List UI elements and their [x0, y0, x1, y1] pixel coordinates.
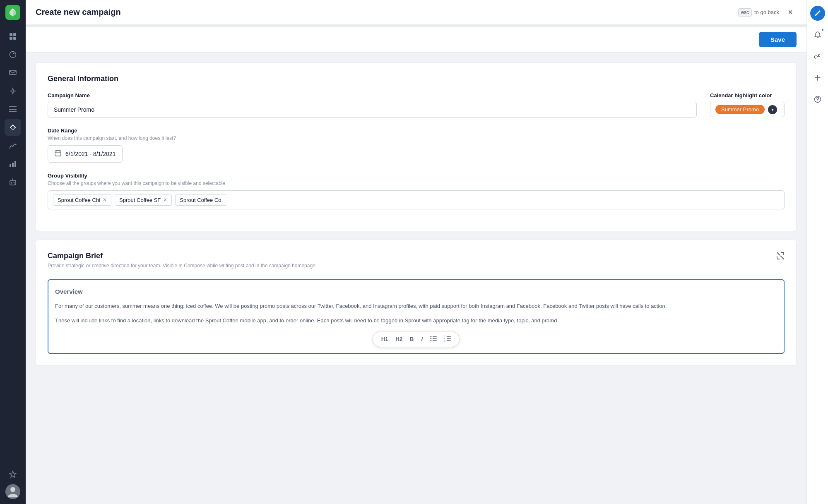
brief-text-2: These will include links to find a locat… [55, 316, 777, 325]
date-range-button[interactable]: 6/1/2021 - 8/1/2021 [48, 145, 123, 163]
notification-icon[interactable] [810, 27, 825, 42]
sidebar-item-inbox[interactable] [5, 65, 21, 81]
sidebar-item-reports[interactable] [5, 156, 21, 172]
editor-toolbar: H1 H2 B I [373, 331, 460, 347]
campaign-brief-title: Campaign Brief [48, 252, 317, 260]
close-button[interactable]: × [784, 6, 797, 19]
color-circle-btn[interactable]: ● [768, 105, 777, 114]
group-visibility-sub: Choose all the groups where you want thi… [48, 180, 785, 186]
main-content: Create new campaign esc to go back × Sav… [26, 0, 806, 504]
tag-sprout-coffee-chi: Sprout Coffee Chi ✕ [53, 194, 111, 206]
add-icon[interactable] [810, 70, 825, 85]
svg-rect-12 [10, 180, 16, 185]
brief-header-text: Campaign Brief Provide strategic or crea… [48, 252, 317, 273]
svg-rect-19 [55, 151, 61, 156]
tag-label: Sprout Coffee SF [119, 197, 161, 203]
brief-header: Campaign Brief Provide strategic or crea… [48, 252, 785, 273]
calendar-icon [55, 150, 61, 158]
right-panel [806, 0, 828, 504]
app-logo[interactable] [5, 5, 20, 20]
tag-sprout-coffee-co: Sprout Coffee Co. [175, 194, 227, 206]
group-visibility-input[interactable]: Sprout Coffee Chi ✕ Sprout Coffee SF ✕ S… [48, 190, 785, 209]
svg-point-23 [431, 336, 432, 337]
sidebar [0, 0, 26, 504]
date-range-label: Date Range [48, 127, 785, 134]
sidebar-item-dashboard[interactable] [5, 28, 21, 45]
tag-sprout-coffee-sf: Sprout Coffee SF ✕ [115, 194, 172, 206]
tag-remove-btn[interactable]: ✕ [103, 197, 107, 202]
page-header: Create new campaign esc to go back × [26, 0, 806, 25]
svg-marker-16 [10, 471, 16, 478]
page-title: Create new campaign [36, 7, 121, 17]
sidebar-item-campaigns[interactable] [5, 119, 21, 136]
brief-text-1: For many of our customers, summer means … [55, 302, 777, 310]
h1-button[interactable]: H1 [378, 334, 392, 344]
campaign-name-group: Campaign Name [48, 92, 697, 118]
go-back-label: to go back [754, 9, 779, 15]
svg-rect-11 [14, 161, 16, 167]
svg-rect-9 [10, 164, 11, 167]
svg-point-14 [14, 182, 15, 184]
campaign-name-input[interactable] [48, 102, 697, 118]
calendar-highlight-selector[interactable]: Summer Promo ● [710, 102, 785, 117]
compose-icon[interactable] [810, 6, 825, 21]
svg-point-25 [431, 338, 432, 339]
content-area: General Information Campaign Name Calend… [26, 53, 806, 504]
esc-key: esc [738, 8, 752, 17]
sidebar-item-pin[interactable] [5, 83, 21, 99]
group-visibility-label: Group Visibility [48, 173, 785, 179]
ordered-list-button[interactable]: 1. 2. 3. [441, 334, 454, 344]
tag-remove-btn[interactable]: ✕ [163, 197, 167, 202]
svg-point-13 [11, 182, 12, 184]
link-icon[interactable] [810, 49, 825, 64]
notification-badge [821, 28, 824, 31]
italic-button[interactable]: I [418, 334, 426, 344]
svg-rect-1 [10, 33, 12, 36]
sidebar-item-bot[interactable] [5, 174, 21, 190]
campaign-brief-card: Campaign Brief Provide strategic or crea… [36, 240, 797, 366]
general-information-card: General Information Campaign Name Calend… [36, 62, 797, 231]
svg-point-15 [12, 178, 13, 179]
svg-point-27 [431, 340, 432, 341]
campaign-name-row: Campaign Name Calendar highlight color S… [48, 92, 785, 118]
unordered-list-button[interactable] [427, 334, 440, 344]
svg-point-18 [10, 487, 15, 492]
svg-rect-10 [12, 163, 14, 167]
sidebar-item-star[interactable] [5, 466, 21, 482]
save-button[interactable]: Save [759, 32, 797, 47]
help-icon[interactable] [810, 92, 825, 107]
tag-label: Sprout Coffee Chi [58, 197, 100, 203]
expand-button[interactable] [776, 252, 785, 262]
svg-rect-4 [13, 37, 16, 40]
toolbar: Save [26, 27, 806, 53]
calendar-badge: Summer Promo [715, 105, 765, 114]
general-information-title: General Information [48, 74, 785, 83]
svg-rect-2 [13, 33, 16, 36]
campaign-brief-sub: Provide strategic or creative direction … [48, 263, 317, 269]
brief-overview-label: Overview [55, 287, 777, 297]
sidebar-item-performance[interactable] [5, 137, 21, 154]
svg-rect-3 [10, 37, 12, 40]
svg-point-38 [817, 101, 818, 102]
header-actions: esc to go back × [738, 6, 797, 19]
tag-label: Sprout Coffee Co. [180, 197, 223, 203]
user-avatar[interactable] [5, 484, 20, 499]
esc-hint: esc to go back [738, 8, 779, 17]
group-visibility-section: Group Visibility Choose all the groups w… [48, 173, 785, 209]
h2-button[interactable]: H2 [392, 334, 406, 344]
date-range-section: Date Range When does this campaign start… [48, 127, 785, 163]
calendar-highlight-label: Calendar highlight color [710, 92, 785, 98]
campaign-name-label: Campaign Name [48, 92, 697, 98]
sidebar-item-list[interactable] [5, 101, 21, 118]
brief-editor[interactable]: Overview For many of our customers, summ… [48, 279, 785, 354]
calendar-highlight-group: Calendar highlight color Summer Promo ● [710, 92, 785, 118]
date-range-sub: When does this campaign start, and how l… [48, 135, 785, 141]
date-range-value: 6/1/2021 - 8/1/2021 [65, 151, 116, 157]
bold-button[interactable]: B [407, 334, 417, 344]
svg-text:3.: 3. [444, 339, 446, 341]
sidebar-item-analytics[interactable] [5, 46, 21, 63]
